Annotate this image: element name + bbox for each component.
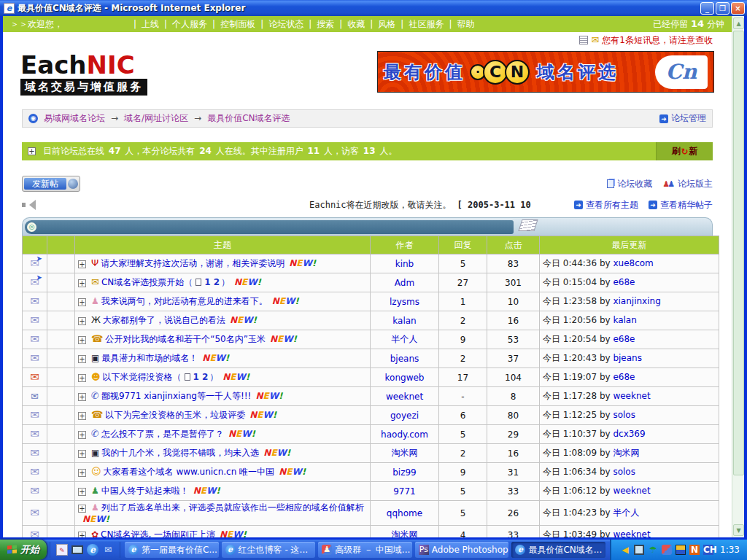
topic-title-link[interactable]: CN域名评选投票开始 xyxy=(101,277,184,287)
update-user-link[interactable]: xianjinxing xyxy=(613,296,660,306)
navbar-link[interactable]: 搜索 xyxy=(317,19,334,29)
volume-icon[interactable]: ◀ xyxy=(620,545,630,555)
expand-topic-icon[interactable]: + xyxy=(78,374,86,382)
expand-topic-icon[interactable]: + xyxy=(78,532,86,537)
topic-author-link[interactable]: weeknet xyxy=(371,387,439,406)
update-user-link[interactable]: 淘米网 xyxy=(613,448,639,458)
page-number-link[interactable]: 2 xyxy=(214,277,220,287)
topic-author-link[interactable]: qqhome xyxy=(371,501,439,526)
show-desktop-icon[interactable] xyxy=(71,545,83,554)
topic-title-link[interactable]: 以下为完全没资格的玉米，垃圾评委 xyxy=(105,410,245,420)
update-user-link[interactable]: 半个人 xyxy=(613,508,639,518)
topic-pages[interactable]: （12） xyxy=(184,277,230,287)
navbar-link[interactable]: 收藏 xyxy=(347,19,365,29)
navbar-link[interactable]: 上线 xyxy=(142,19,159,29)
topic-author-link[interactable]: biz99 xyxy=(371,463,439,482)
tray-app-icon[interactable] xyxy=(676,545,686,555)
collapse-stats-icon[interactable]: + xyxy=(28,147,36,155)
internet-explorer-icon[interactable]: e xyxy=(87,544,98,556)
close-button[interactable]: × xyxy=(731,2,745,15)
network-computer-icon[interactable] xyxy=(634,545,644,555)
topic-title-link[interactable]: 公开对比我的域名和若干个“50名内”玉米 xyxy=(105,334,266,344)
update-user-link[interactable]: weeknet xyxy=(613,391,650,401)
topic-author-link[interactable]: haody.com xyxy=(371,425,439,444)
update-user-link[interactable]: dcx369 xyxy=(613,429,645,439)
breadcrumb-item[interactable]: 域名/网址讨论区 xyxy=(124,113,188,123)
message-envelope-icon[interactable]: ✉ xyxy=(591,36,599,44)
expand-topic-icon[interactable]: + xyxy=(78,336,86,344)
expand-topic-icon[interactable]: + xyxy=(78,412,86,420)
message-notice[interactable]: 您有1条短讯息，请注意查收 xyxy=(602,34,713,47)
expand-topic-icon[interactable]: + xyxy=(78,469,86,477)
expand-topic-icon[interactable]: + xyxy=(78,317,86,325)
topic-title-link[interactable]: 中国人终于站起来啦！ xyxy=(101,486,189,496)
topic-author-link[interactable]: Adm xyxy=(371,273,439,292)
task-button[interactable]: ♟高级群 － 中国域... xyxy=(318,542,412,558)
topic-title-link[interactable]: 以下米觉得没资格 xyxy=(103,372,173,382)
refresh-button[interactable]: 刷↻新 xyxy=(656,142,713,160)
topic-author-link[interactable]: kalan xyxy=(371,311,439,330)
expand-topic-icon[interactable]: + xyxy=(78,505,86,513)
expand-topic-icon[interactable]: + xyxy=(78,355,86,363)
topic-title-link[interactable]: CN域名评选, 一场闹剧正上演 xyxy=(101,529,215,537)
navbar-link[interactable]: 论坛状态 xyxy=(268,19,303,29)
forum-manage-link[interactable]: ➜ 论坛管理 xyxy=(659,112,706,125)
topic-title-link[interactable]: 大家看看这个域名 www.unicn.cn 唯一中国 xyxy=(104,467,275,477)
outlook-express-icon[interactable]: ✉ xyxy=(102,544,114,556)
eachnic-logo[interactable]: EachNIC 域名交易与增值服务 xyxy=(20,52,147,96)
expand-topic-icon[interactable]: + xyxy=(78,431,86,439)
topic-author-link[interactable]: 淘米网 xyxy=(371,444,439,463)
navbar-link[interactable]: 社区服务 xyxy=(409,19,444,29)
input-language-badge[interactable]: CH xyxy=(703,545,713,555)
restore-button[interactable]: ❐ xyxy=(716,2,729,15)
update-user-link[interactable]: e68e xyxy=(613,277,635,287)
expand-topic-icon[interactable]: + xyxy=(78,298,86,306)
view-all-topics-link[interactable]: ➜ 查看所有主题 xyxy=(574,199,638,211)
topic-author-link[interactable]: 9771 xyxy=(371,482,439,501)
navbar-link[interactable]: 个人服务 xyxy=(172,19,207,29)
topic-title-link[interactable]: 鄙视9771 xianjinxiang等一千人等!!! xyxy=(101,391,251,401)
cn-campaign-banner[interactable]: 最有价值 · C N 域名评选 Cn xyxy=(377,51,714,93)
page-number-link[interactable]: 1 xyxy=(204,277,210,287)
minimize-button[interactable]: _ xyxy=(700,2,714,15)
topic-title-link[interactable]: 请大家理解支持这次活动，谢谢，相关评委说明 xyxy=(101,258,285,268)
antivirus-umbrella-icon[interactable]: ☂ xyxy=(648,545,658,555)
forum-moderator-link[interactable]: ♟♟ 论坛版主 xyxy=(662,178,713,190)
vertical-scrollbar[interactable]: ▲ ▼ xyxy=(732,16,744,537)
breadcrumb-item[interactable]: 易域网域名论坛 xyxy=(44,113,105,123)
topic-author-link[interactable]: kinb xyxy=(371,254,439,273)
topic-title-link[interactable]: 最具潜力和市场的域名！ xyxy=(101,353,198,363)
message-list-icon[interactable] xyxy=(579,36,588,44)
expand-topic-icon[interactable]: + xyxy=(78,450,86,458)
topic-title-link[interactable]: 大家都别争了，说说自己的看法 xyxy=(103,315,225,325)
topic-author-link[interactable]: 淘米网 xyxy=(371,526,439,538)
new-post-button[interactable]: 发新帖 xyxy=(22,176,80,192)
topic-pages[interactable]: （12） xyxy=(173,372,219,382)
expand-topic-icon[interactable]: + xyxy=(78,260,86,268)
update-user-link[interactable]: e68e xyxy=(613,334,635,344)
update-user-link[interactable]: weeknet xyxy=(613,486,650,496)
topic-title-link[interactable]: 列出了后选名单出来，评选委员就应该作出一些相应的域名价值解析 xyxy=(101,502,364,513)
navbar-link[interactable]: 控制面板 xyxy=(220,19,255,29)
page-number-link[interactable]: 2 xyxy=(202,372,208,382)
topic-author-link[interactable]: kongweb xyxy=(371,368,439,387)
update-user-link[interactable]: solos xyxy=(613,410,635,420)
tray-n-app-icon[interactable]: N xyxy=(689,545,700,555)
page-number-link[interactable]: 1 xyxy=(193,372,199,382)
update-user-link[interactable]: bjeans xyxy=(613,353,642,363)
qq-tray-icon[interactable] xyxy=(662,545,672,555)
scrollbar-thumb[interactable] xyxy=(733,31,744,475)
scroll-down-icon[interactable]: ▼ xyxy=(733,524,744,536)
view-digest-link[interactable]: ➜ 查看精华帖子 xyxy=(649,199,713,211)
expand-topic-icon[interactable]: + xyxy=(78,279,86,287)
update-user-link[interactable]: weeknet xyxy=(613,529,650,537)
topic-author-link[interactable]: goyezi xyxy=(371,406,439,425)
quicklaunch-editor-icon[interactable]: ✎ xyxy=(56,544,68,556)
update-user-link[interactable]: kalan xyxy=(613,315,636,325)
task-button[interactable]: e第一届最有价值C... xyxy=(125,542,219,558)
scroll-up-icon[interactable]: ▲ xyxy=(733,18,744,29)
topic-author-link[interactable]: lzysms xyxy=(371,292,439,311)
topic-author-link[interactable]: 半个人 xyxy=(371,330,439,349)
topic-title-link[interactable]: 我的十几个米，我觉得不错哦，均未入选 xyxy=(101,448,259,458)
start-button[interactable]: 开始 xyxy=(0,540,47,560)
